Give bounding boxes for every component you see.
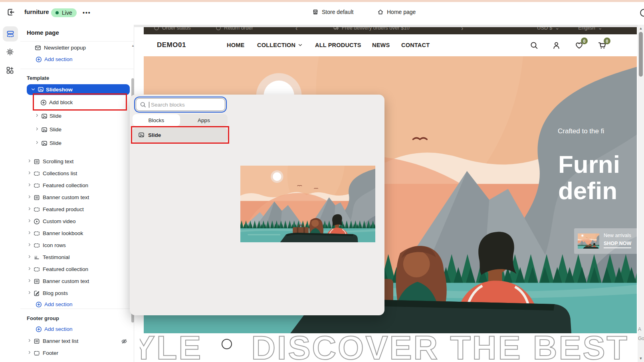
sidebar-item-icon-rows[interactable]: Icon rows: [20, 240, 134, 251]
sidebar-item-blog-posts[interactable]: Blog posts: [20, 288, 134, 299]
search-icon[interactable]: [530, 41, 538, 49]
sidebar-item-collections-list[interactable]: Collections list: [20, 168, 134, 179]
rail-sections-tab[interactable]: [3, 26, 18, 42]
sidebar-item-scrolling-text[interactable]: Scrolling text: [20, 156, 134, 167]
chevron-right-icon[interactable]: [27, 206, 32, 211]
sidebar-item-slide[interactable]: Slide: [20, 111, 134, 121]
nav-home[interactable]: HOME: [227, 42, 244, 48]
topbar-right-partial-icon[interactable]: [640, 8, 644, 17]
scroll-down-arrow[interactable]: ▼: [639, 356, 643, 360]
nav-contact[interactable]: CONTACT: [401, 42, 430, 48]
sidebar-item-featured-collection[interactable]: Featured collection: [20, 264, 134, 275]
chevron-right-icon[interactable]: [35, 140, 40, 145]
chevron-right-icon[interactable]: [35, 127, 40, 131]
exit-editor-button[interactable]: [7, 8, 15, 16]
plus-circle-icon: [36, 56, 42, 63]
panel-scroll-up-arrow[interactable]: ▲: [131, 44, 135, 47]
chevron-right-icon[interactable]: [27, 242, 32, 247]
scroll-up-arrow[interactable]: ▲: [639, 26, 643, 30]
currency-selector[interactable]: USD $ ⌄: [537, 27, 559, 31]
chevron-down-icon[interactable]: [30, 87, 36, 92]
sidebar-item-banner-custom-text[interactable]: Banner custom text: [20, 192, 134, 203]
sidebar-item-slideshow-selected[interactable]: Slideshow: [27, 84, 130, 95]
search-blocks-input[interactable]: [150, 101, 220, 108]
sidebar-item-footer[interactable]: Footer: [20, 348, 134, 358]
hidden-eye-slash-icon[interactable]: [121, 338, 127, 344]
add-section-button[interactable]: Add section: [20, 324, 134, 334]
panel-title: Home page: [27, 29, 59, 36]
add-section-button[interactable]: Add section: [20, 54, 134, 65]
language-selector[interactable]: English ⌄: [578, 27, 602, 31]
block-option-slide[interactable]: Slide: [133, 128, 228, 142]
sidebar-item-banner-lookbook[interactable]: Banner lookbook: [20, 228, 134, 239]
return-order-icon: [216, 27, 221, 31]
chevron-right-icon[interactable]: [27, 170, 32, 175]
search-icon: [140, 101, 146, 108]
account-icon[interactable]: [552, 41, 561, 49]
store-logo[interactable]: DEMO01: [157, 41, 186, 49]
popup-tabs: Blocks Apps: [133, 114, 228, 126]
chevron-down-icon: [297, 42, 303, 48]
more-actions-button[interactable]: •••: [83, 10, 91, 16]
nav-collection[interactable]: COLLECTION: [257, 42, 303, 48]
chevron-right-icon[interactable]: [27, 218, 32, 223]
sidebar-item-slide[interactable]: Slide: [20, 138, 134, 148]
section-icon: [34, 182, 40, 189]
template-heading: Template: [27, 75, 49, 81]
chevron-right-icon[interactable]: [27, 194, 32, 199]
hero-eyebrow: Crafted to the fi: [558, 127, 604, 135]
chevron-right-icon[interactable]: [27, 254, 32, 259]
nav-all-products[interactable]: ALL PRODUCTS: [315, 42, 361, 48]
rail-settings-tab[interactable]: [6, 48, 14, 56]
tab-blocks[interactable]: Blocks: [133, 114, 180, 126]
plus-circle-icon: [40, 99, 47, 106]
sidebar-item-newsletter-popup[interactable]: Newsletter popup: [20, 43, 134, 53]
plus-circle-icon: [36, 301, 42, 308]
sidebar-item-slide[interactable]: Slide: [20, 125, 134, 135]
add-block-popup: Blocks Apps Slide: [130, 95, 384, 315]
nav-news[interactable]: NEWS: [372, 42, 390, 48]
tab-apps[interactable]: Apps: [180, 114, 228, 126]
preview-scrollbar-thumb[interactable]: [639, 32, 643, 77]
sidebar-item-featured-collection[interactable]: Featured collection: [20, 180, 134, 191]
chevron-right-icon[interactable]: [27, 338, 32, 343]
section-icon: [34, 266, 40, 273]
sidebar-item-banner-custom-text[interactable]: Banner custom text: [20, 276, 134, 287]
sidebar-item-testimonial[interactable]: Testimonial: [20, 252, 134, 263]
textdoc-icon: [34, 278, 40, 285]
search-blocks-field[interactable]: [136, 98, 225, 111]
editor-rail: [0, 25, 21, 362]
marquee-main-text: DISCOVER THE BEST FURNIT: [251, 333, 638, 362]
chevron-right-icon[interactable]: [27, 230, 32, 235]
chevron-right-icon[interactable]: [27, 182, 32, 187]
marquee-circle-icon: [222, 339, 232, 349]
announcement-prev-arrow[interactable]: ‹: [295, 27, 297, 32]
chevron-right-icon[interactable]: [27, 278, 32, 283]
sidebar-item-custom-video[interactable]: Custom video: [20, 216, 134, 227]
new-arrivals-card[interactable]: New arrivals SHOP NOW: [574, 228, 637, 254]
add-block-button[interactable]: Add block: [20, 97, 134, 108]
hero-headline: Furni defin: [558, 151, 620, 204]
order-status-link[interactable]: Order status: [154, 27, 191, 31]
announcement-next-arrow[interactable]: ›: [461, 27, 463, 32]
editor-topbar: furniture Live ••• Store default Home pa…: [0, 2, 644, 25]
return-order-link[interactable]: Return order: [216, 27, 253, 31]
store-default-selector[interactable]: Store default: [312, 9, 353, 15]
sidebar-item-banner-text-list[interactable]: Banner text list: [20, 336, 134, 346]
theme-editor-screen: furniture Live ••• Store default Home pa…: [0, 0, 644, 362]
chevron-right-icon[interactable]: [27, 290, 32, 295]
shop-now-link[interactable]: SHOP NOW: [604, 241, 631, 248]
chevron-right-icon[interactable]: [35, 113, 40, 118]
textdoc-icon: [34, 194, 40, 201]
chevron-right-icon[interactable]: [27, 350, 32, 355]
chevron-right-icon[interactable]: [27, 158, 32, 163]
rail-apps-tab[interactable]: [6, 66, 14, 74]
page-selector[interactable]: Home page: [377, 9, 416, 15]
sidebar-item-featured-product[interactable]: Featured product: [20, 204, 134, 215]
cart-count-badge: 0: [604, 38, 610, 44]
apps-icon: [6, 66, 14, 74]
section-icon: [34, 230, 40, 237]
store-name: furniture: [24, 8, 49, 15]
chevron-right-icon[interactable]: [27, 266, 32, 271]
divider: [20, 69, 134, 69]
